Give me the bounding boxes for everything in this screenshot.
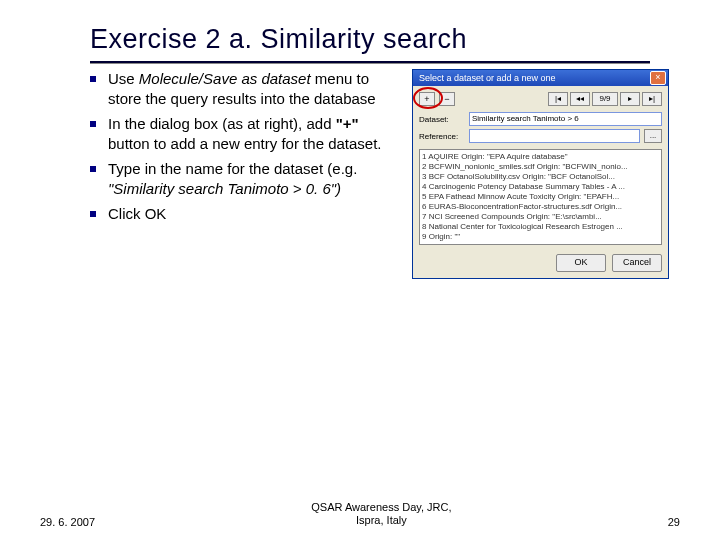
list-item[interactable]: 4 Carcinogenic Potency Database Summary …: [422, 182, 659, 192]
dataset-dialog: Select a dataset or add a new one × + − …: [412, 69, 669, 279]
slide-footer: 29. 6. 2007 QSAR Awareness Day, JRC,Ispr…: [0, 501, 720, 529]
nav-position: 9/9: [592, 92, 618, 106]
footer-date: 29. 6. 2007: [0, 516, 95, 528]
list-item[interactable]: 5 EPA Fathead Minnow Acute Toxicity Orig…: [422, 192, 659, 202]
nav-first-button[interactable]: |◂: [548, 92, 568, 106]
reference-input[interactable]: [469, 129, 640, 143]
nav-next-button[interactable]: ▸: [620, 92, 640, 106]
bullet-1: Use Molecule/Save as dataset menu to sto…: [90, 69, 400, 108]
dataset-label: Dataset:: [419, 115, 465, 124]
list-item[interactable]: 1 AQUIRE Origin: "EPA Aquire database": [422, 152, 659, 162]
bullet-3: Type in the name for the dataset (e.g. "…: [90, 159, 400, 198]
dataset-input[interactable]: Similarity search Tanimoto > 6: [469, 112, 662, 126]
list-item[interactable]: 2 BCFWIN_nonionic_smiles.sdf Origin: "BC…: [422, 162, 659, 172]
bullet-list: Use Molecule/Save as dataset menu to sto…: [90, 69, 400, 230]
nav-last-button[interactable]: ▸|: [642, 92, 662, 106]
close-icon[interactable]: ×: [650, 71, 666, 85]
list-item[interactable]: 8 National Center for Toxicological Rese…: [422, 222, 659, 232]
page-number: 29: [668, 516, 720, 528]
dialog-titlebar[interactable]: Select a dataset or add a new one ×: [413, 70, 668, 86]
list-item[interactable]: 7 NCI Screened Compounds Origin: "E:\src…: [422, 212, 659, 222]
browse-button[interactable]: ...: [644, 129, 662, 143]
title-rule: [90, 61, 650, 63]
list-item[interactable]: 3 BCF OctanolSolubility.csv Origin: "BCF…: [422, 172, 659, 182]
list-item[interactable]: 9 Origin: "": [422, 232, 659, 242]
highlight-oval: [413, 87, 443, 109]
reference-label: Reference:: [419, 132, 465, 141]
nav-prev-button[interactable]: ◂◂: [570, 92, 590, 106]
cancel-button[interactable]: Cancel: [612, 254, 662, 272]
bullet-4: Click OK: [90, 204, 400, 224]
list-item[interactable]: 6 EURAS-BioconcentrationFactor-structure…: [422, 202, 659, 212]
footer-venue: QSAR Awareness Day, JRC,Ispra, Italy: [95, 501, 668, 529]
bullet-2: In the dialog box (as at right), add "+"…: [90, 114, 400, 153]
slide-title: Exercise 2 a. Similarity search: [90, 24, 680, 55]
dialog-title: Select a dataset or add a new one: [415, 73, 650, 83]
dataset-listbox[interactable]: 1 AQUIRE Origin: "EPA Aquire database" 2…: [419, 149, 662, 245]
ok-button[interactable]: OK: [556, 254, 606, 272]
